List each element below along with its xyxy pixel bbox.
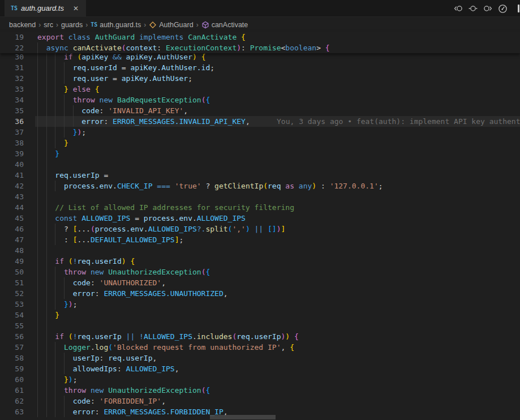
line-number[interactable]: 45 <box>0 213 24 224</box>
code-line-61[interactable]: 61 throw new UnauthorizedException({ <box>0 385 520 396</box>
code-line-60[interactable]: 60 }); <box>0 374 520 385</box>
close-icon[interactable]: ✕ <box>72 4 80 13</box>
code-line-54[interactable]: 54 } <box>0 310 520 320</box>
code-token: 'UNAUTHORIZED' <box>100 278 162 287</box>
sticky-line-22[interactable]: 22 async canActivate(context: ExecutionC… <box>0 42 520 53</box>
code-token <box>37 74 73 83</box>
line-number[interactable]: 37 <box>0 127 24 138</box>
method-icon <box>201 21 209 29</box>
code-line-45[interactable]: 45 const ALLOWED_IPS = process.env.ALLOW… <box>0 213 520 224</box>
code-token: : <box>157 44 166 52</box>
breadcrumb-item-authguard[interactable]: AuthGuard <box>149 21 193 29</box>
line-number[interactable]: 52 <box>0 288 24 299</box>
code-line-58[interactable]: 58 userIp: req.userIp, <box>0 353 520 363</box>
code-token <box>37 214 55 222</box>
code-line-49[interactable]: 49 if (!req.userId) { <box>0 256 520 267</box>
line-number[interactable]: 50 <box>0 267 24 277</box>
line-number[interactable]: 31 <box>0 62 24 73</box>
code-line-55[interactable]: 55 <box>0 320 520 331</box>
line-number[interactable]: 32 <box>0 73 24 84</box>
line-number[interactable]: 44 <box>0 202 24 213</box>
breadcrumb-item-canactivate[interactable]: canActivate <box>201 21 248 29</box>
code-token <box>91 85 95 93</box>
code-line-59[interactable]: 59 allowedIps: ALLOWED_IPS, <box>0 363 520 374</box>
next-change-icon[interactable] <box>483 4 492 13</box>
code-line-56[interactable]: 56 if (!req.userIp || !ALLOWED_IPS.inclu… <box>0 331 520 342</box>
code-line-47[interactable]: 47 : [...DEFAULT_ALLOWED_IPS]; <box>0 234 520 245</box>
code-token <box>68 85 73 93</box>
code-token <box>37 182 64 190</box>
code-line-35[interactable]: 35 code: 'INVALID_API_KEY', <box>0 105 520 116</box>
editor-area[interactable]: 30 if (apiKey && apiKey.AuthUser) {31 re… <box>0 32 520 420</box>
line-number[interactable]: 33 <box>0 84 24 95</box>
code-line-31[interactable]: 31 req.userId = apiKey.AuthUser.id; <box>0 62 520 73</box>
code-token <box>37 203 55 212</box>
line-number[interactable]: 49 <box>0 256 24 267</box>
line-number[interactable]: 35 <box>0 105 24 116</box>
line-number[interactable]: 42 <box>0 181 24 191</box>
code-line-39[interactable]: 39 } <box>0 148 520 159</box>
code-token <box>37 408 73 416</box>
sticky-line-19[interactable]: 19export class AuthGuard implements CanA… <box>0 32 520 42</box>
line-number[interactable]: 56 <box>0 331 24 342</box>
code-token: Logger <box>64 343 91 352</box>
code-line-32[interactable]: 32 req.user = apiKey.AuthUser; <box>0 73 520 84</box>
tab-auth-guard[interactable]: TS auth.guard.ts ✕ <box>5 0 86 16</box>
line-number[interactable]: 48 <box>0 245 24 256</box>
line-number[interactable]: 55 <box>0 320 24 331</box>
line-number[interactable]: 46 <box>0 224 24 234</box>
code-token: throw <box>64 386 86 395</box>
code-line-33[interactable]: 33 } else { <box>0 84 520 95</box>
breadcrumb-item-src[interactable]: src <box>44 21 53 29</box>
line-number[interactable]: 60 <box>0 374 24 385</box>
line-number[interactable]: 38 <box>0 138 24 148</box>
line-number[interactable]: 47 <box>0 234 24 245</box>
code-token: const <box>55 214 77 222</box>
line-number[interactable]: 53 <box>0 299 24 310</box>
line-number[interactable]: 43 <box>0 191 24 202</box>
line-number[interactable]: 54 <box>0 310 24 320</box>
code-line-48[interactable]: 48 <box>0 245 520 256</box>
code-line-40[interactable]: 40 <box>0 159 520 170</box>
history-icon[interactable] <box>498 4 508 14</box>
code-line-50[interactable]: 50 throw new UnauthorizedException({ <box>0 267 520 277</box>
prev-change-icon[interactable] <box>454 4 463 13</box>
code-line-51[interactable]: 51 code: 'UNAUTHORIZED', <box>0 277 520 288</box>
code-line-57[interactable]: 57 Logger.log('Blocked request from unau… <box>0 342 520 353</box>
code-line-43[interactable]: 43 <box>0 191 520 202</box>
code-line-34[interactable]: 34 throw new BadRequestException({ <box>0 95 520 105</box>
line-number[interactable]: 36 <box>0 116 24 127</box>
breadcrumb-item-guards[interactable]: guards <box>61 21 83 29</box>
code-text: } <box>37 138 68 148</box>
horizontal-scrollbar-thumb[interactable] <box>210 415 276 419</box>
line-number[interactable]: 40 <box>0 159 24 170</box>
line-number[interactable]: 51 <box>0 277 24 288</box>
line-number[interactable]: 59 <box>0 363 24 374</box>
code-line-41[interactable]: 41 req.userIp = <box>0 170 520 181</box>
breadcrumb-item-backend[interactable]: backend <box>9 21 36 29</box>
code-token: new <box>100 96 113 104</box>
code-line-36[interactable]: 36 error: ERROR_MESSAGES.INVALID_API_KEY… <box>0 116 520 127</box>
code-token <box>37 354 73 362</box>
code-line-53[interactable]: 53 }); <box>0 299 520 310</box>
line-number[interactable]: 62 <box>0 396 24 406</box>
line-number[interactable]: 39 <box>0 148 24 159</box>
code-line-38[interactable]: 38 } <box>0 138 520 148</box>
code-line-52[interactable]: 52 error: ERROR_MESSAGES.UNAUTHORIZED, <box>0 288 520 299</box>
code-line-44[interactable]: 44 // List of allowed IP addresses for s… <box>0 202 520 213</box>
code-line-42[interactable]: 42 process.env.CHECK_IP === 'true' ? get… <box>0 181 520 191</box>
code-line-62[interactable]: 62 code: 'FORBIDDEN_IP', <box>0 396 520 406</box>
code-line-37[interactable]: 37 }); <box>0 127 520 138</box>
code-token: ; <box>210 63 214 72</box>
line-number[interactable]: 34 <box>0 95 24 105</box>
line-number[interactable]: 61 <box>0 385 24 396</box>
line-number[interactable]: 63 <box>0 406 24 417</box>
line-number[interactable]: 58 <box>0 353 24 363</box>
line-number[interactable]: 22 <box>0 42 24 53</box>
line-number[interactable]: 57 <box>0 342 24 353</box>
line-number[interactable]: 19 <box>0 32 24 42</box>
code-line-46[interactable]: 46 ? [...(process.env.ALLOWED_IPS?.split… <box>0 224 520 234</box>
diff-circle-icon[interactable] <box>469 4 478 13</box>
breadcrumb-item-auth-guard-ts[interactable]: TSauth.guard.ts <box>91 21 141 29</box>
line-number[interactable]: 41 <box>0 170 24 181</box>
